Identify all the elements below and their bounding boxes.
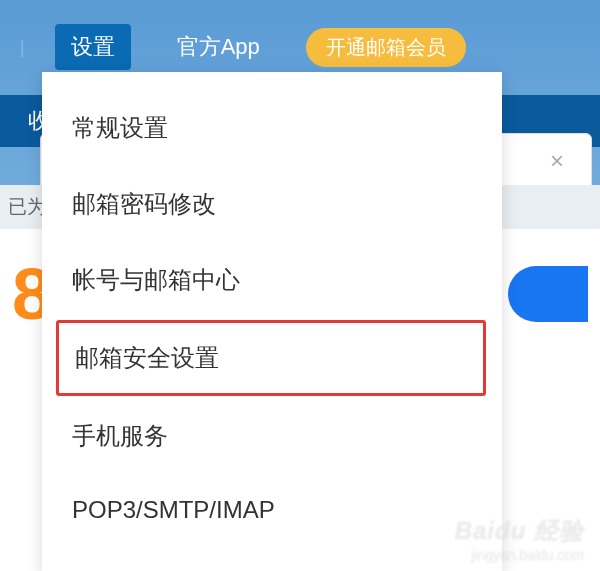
watermark-brand: Baidu 经验	[455, 515, 584, 547]
promo-button[interactable]	[508, 266, 588, 322]
watermark: Baidu 经验 jingyan.baidu.com	[455, 515, 584, 563]
nav-divider: |	[20, 37, 25, 58]
close-icon[interactable]: ×	[550, 147, 564, 175]
watermark-url: jingyan.baidu.com	[455, 547, 584, 563]
menu-password-change[interactable]: 邮箱密码修改	[42, 166, 502, 242]
settings-dropdown-menu: 常规设置 邮箱密码修改 帐号与邮箱中心 邮箱安全设置 手机服务 POP3/SMT…	[42, 72, 502, 571]
menu-account-center[interactable]: 帐号与邮箱中心	[42, 242, 502, 318]
menu-mobile-service[interactable]: 手机服务	[42, 398, 502, 474]
status-text: 已为	[8, 194, 46, 220]
menu-security-settings[interactable]: 邮箱安全设置	[56, 320, 486, 396]
menu-pop3-smtp-imap[interactable]: POP3/SMTP/IMAP	[42, 474, 502, 546]
nav-settings[interactable]: 设置	[55, 24, 131, 70]
vip-badge[interactable]: 开通邮箱会员	[306, 28, 466, 67]
menu-general-settings[interactable]: 常规设置	[42, 90, 502, 166]
nav-official-app[interactable]: 官方App	[161, 24, 276, 70]
